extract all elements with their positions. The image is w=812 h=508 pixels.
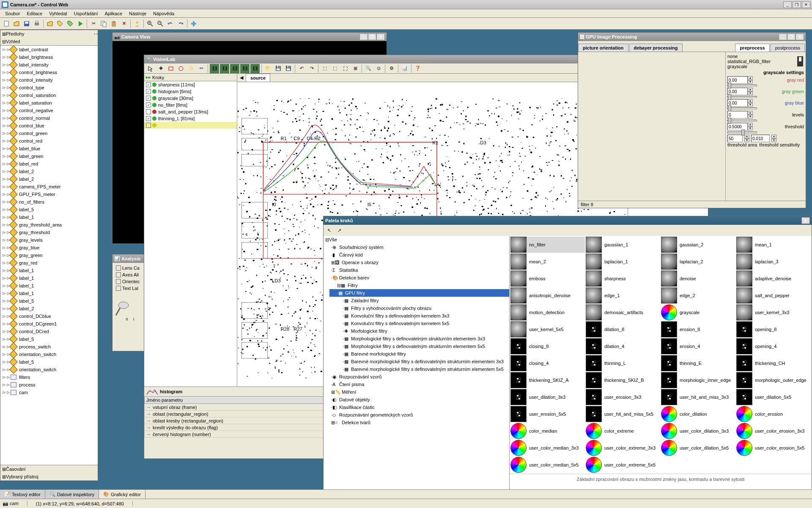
filter-morphologic_outer_edge[interactable]: ■□□■morphologic_outer_edge: [736, 372, 811, 388]
tree-item-process_switch[interactable]: ⊳⊳process_switch: [0, 343, 98, 351]
tree-item-label_5[interactable]: ⊳⊳label_5: [0, 335, 98, 343]
vl-crosshair[interactable]: ✚: [156, 64, 165, 73]
filter-adaptive_denoise[interactable]: adaptive_denoise: [736, 271, 811, 287]
menu-usporadani[interactable]: Uspořádání: [71, 10, 102, 17]
camera-view-titlebar[interactable]: 📷 Camera View _ ❐ ✕: [112, 33, 387, 41]
vl-ring[interactable]: [176, 64, 186, 73]
print-button[interactable]: [32, 19, 41, 28]
filter-edge_1[interactable]: edge_1: [586, 287, 660, 304]
tree-item-gray_green[interactable]: ⊳⊳gray_green: [0, 251, 98, 259]
menu-vyhledat[interactable]: Vyhledat: [46, 10, 70, 17]
tab-picture-orientation[interactable]: picture orientation: [578, 44, 628, 52]
tree-item-label_2[interactable]: ⊳⊳label_2: [0, 168, 98, 175]
gpu-min[interactable]: _: [779, 33, 787, 40]
tab-debayer[interactable]: debayer processing: [629, 44, 683, 52]
filter-user_hit_and_miss_3x3[interactable]: ■□□■user_hit_and_miss_3x3: [661, 389, 735, 405]
tree-item-label_5[interactable]: ⊳⊳label_5: [0, 297, 98, 305]
filter-mean_2[interactable]: mean_2: [510, 254, 585, 270]
vl-film1[interactable]: 🎞: [210, 64, 219, 73]
filter-dilation_8[interactable]: ■□□■dilation_8: [586, 321, 660, 337]
filter-edge_2[interactable]: edge_2: [661, 287, 735, 304]
tab-postprocess[interactable]: postprocess: [771, 44, 805, 52]
tree-item-control_green[interactable]: ⊳⊳control_green: [0, 130, 98, 137]
tree-item-control_DCblue[interactable]: ⊳⊳control_DCblue: [0, 312, 98, 320]
vl-gear[interactable]: ⚙: [387, 64, 396, 73]
palette-titlebar[interactable]: Paleta kroků ✕: [324, 216, 812, 225]
filter-user_kernel_5x5[interactable]: user_kernel_5x5: [510, 321, 585, 337]
vl-box1[interactable]: ⬚: [320, 64, 329, 73]
cut-button[interactable]: ✂: [89, 19, 98, 28]
filter-gaussian_1[interactable]: gaussian_1: [586, 237, 660, 253]
filter-thumbnails[interactable]: no_filtergaussian_1gaussian_2mean_1mean_…: [510, 236, 812, 490]
tree-item-label_1[interactable]: ⊳⊳label_1: [0, 267, 98, 274]
filter-thinning_L[interactable]: ■□□■thinning_L: [586, 355, 660, 371]
tree-item-camera_FPS_meter[interactable]: ⊳⊳camera_FPS_meter: [0, 183, 98, 190]
filter-user_color_extreme_5x5[interactable]: user_color_extreme_5x5: [586, 457, 660, 473]
pal-close[interactable]: ✕: [801, 217, 810, 224]
tree-item-control_DCgreen1[interactable]: ⊳⊳control_DCgreen1: [0, 320, 98, 328]
folder-button[interactable]: [45, 19, 55, 28]
category-8[interactable]: · ▦ Filtry s vyhodnocováním plochy obraz…: [329, 304, 509, 312]
tree-item-label_1[interactable]: ⊳⊳label_1: [0, 274, 98, 282]
category-6[interactable]: · ▦ GPU filtry: [329, 289, 509, 297]
vl-fit[interactable]: ⛶: [340, 64, 350, 73]
new-button[interactable]: [2, 19, 11, 28]
filter-demosaic_artifacts[interactable]: demosaic_artifacts: [586, 304, 660, 320]
tree-item-process[interactable]: ⊳⊳process: [0, 381, 98, 389]
undo-button[interactable]: [166, 19, 175, 28]
step-salt_and_pepper[interactable]: salt_and_pepper [13ms]: [144, 108, 237, 115]
levels-slider[interactable]: [727, 120, 757, 121]
vl-folder[interactable]: 📁: [263, 64, 273, 73]
category-5[interactable]: ⊟ ▦ Filtry: [329, 282, 509, 289]
step-grayscale[interactable]: ✓grayscale [30ms]: [144, 95, 237, 102]
people-button[interactable]: [132, 19, 142, 28]
filter-user_erosion_3x3[interactable]: ■□□■user_erosion_3x3: [586, 389, 660, 405]
tree-item-control_DCred[interactable]: ⊳⊳control_DCred: [0, 328, 98, 335]
category-14[interactable]: · ▦ Barevné morfologické filtry: [329, 350, 509, 358]
filter-denoise[interactable]: denoise: [661, 271, 735, 287]
tab-data-inspectors[interactable]: 🔍Datové inspektory: [45, 490, 99, 499]
category-17[interactable]: · ◉ Rozpoznávání vzorů: [329, 373, 509, 381]
filter-laplacian_1[interactable]: laplacian_1: [586, 254, 660, 270]
tree-item-gray_blue[interactable]: ⊳⊳gray_blue: [0, 244, 98, 251]
vl-wand[interactable]: ✨: [187, 64, 196, 73]
category-3[interactable]: · Σ Statistika: [329, 266, 509, 274]
filter-user_hit_and_miss_5x5[interactable]: ■□□■user_hit_and_miss_5x5: [586, 406, 660, 422]
run-button[interactable]: [76, 19, 85, 28]
vl-redo[interactable]: ↷: [307, 64, 316, 73]
filter-erosion_4[interactable]: ■□□■erosion_4: [661, 338, 735, 354]
analysis-text[interactable]: Text Lal: [114, 285, 146, 292]
gpu-titlebar[interactable]: 🖼 GPU Image Processing _ ❐ ✕: [578, 33, 806, 41]
tree-item-orientation_switch[interactable]: ⊳⊳orientation_switch: [0, 351, 98, 358]
tab-preprocess[interactable]: preprocess: [735, 44, 769, 52]
gpu-close[interactable]: ✕: [796, 33, 804, 40]
cv-close[interactable]: ✕: [376, 33, 385, 40]
close-button[interactable]: ✕: [802, 1, 810, 8]
step-histogram[interactable]: ✓histogram [6ms]: [144, 88, 237, 95]
delete-button[interactable]: ✕: [119, 19, 129, 28]
vl-grid[interactable]: ⊞: [351, 64, 360, 73]
mode-none[interactable]: none: [727, 54, 804, 59]
minimize-button[interactable]: _: [783, 1, 792, 8]
filter-user_kernel_3x3[interactable]: user_kernel_3x3: [736, 304, 811, 320]
tree-item-control_brightness[interactable]: ⊳⊳control_brightness: [0, 69, 98, 76]
tree-item-label_blue[interactable]: ⊳⊳label_blue: [0, 145, 98, 152]
vl-box2[interactable]: ⬚: [330, 64, 340, 73]
tree-item-label_1[interactable]: ⊳⊳label_1: [0, 282, 98, 290]
category-18[interactable]: · A Čtení písma: [329, 381, 509, 388]
filter-morphologic_inner_edge[interactable]: ■□□■morphologic_inner_edge: [661, 372, 735, 388]
tree-item-control_blue[interactable]: ⊳⊳control_blue: [0, 122, 98, 130]
pal-pin2[interactable]: ↗: [335, 226, 344, 235]
filter-thickening_SKIZ_B[interactable]: ■□□■thickening_SKIZ_B: [586, 372, 660, 388]
menu-soubor[interactable]: Soubor: [2, 10, 23, 17]
filter-motion_detection[interactable]: motion_detection: [510, 304, 585, 320]
vl-circle[interactable]: ⊙: [374, 64, 383, 73]
analysis-titlebar[interactable]: 📊 Analysis: [112, 254, 148, 263]
tree-item-label_contrast[interactable]: ⊳⊳label_contrast: [0, 46, 98, 53]
filter-user_color_median_5x5[interactable]: user_color_median_5x5: [510, 457, 585, 473]
analysis-lens[interactable]: Lens Ca: [114, 265, 146, 271]
analysis-orient[interactable]: Orientec: [114, 278, 146, 285]
filter-user_color_dilation_3x3[interactable]: user_color_dilation_3x3: [661, 423, 735, 439]
thresh-sens-input[interactable]: [751, 135, 770, 142]
gpu-max[interactable]: ❐: [787, 33, 796, 40]
